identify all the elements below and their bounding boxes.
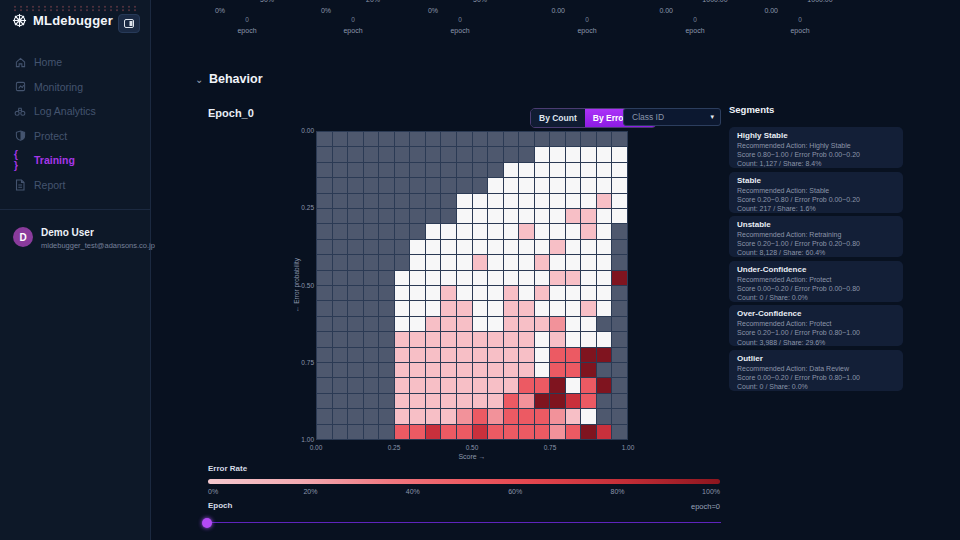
heatmap-cell[interactable] [535,363,550,377]
heatmap-cell[interactable] [364,348,379,362]
heatmap-cell[interactable] [535,348,550,362]
heatmap-cell[interactable] [519,363,534,377]
heatmap-cell[interactable] [348,147,363,161]
heatmap-cell[interactable] [550,194,565,208]
heatmap-cell[interactable] [535,332,550,346]
heatmap-cell[interactable] [457,147,472,161]
heatmap-cell[interactable] [410,271,425,285]
sidebar-item-report[interactable]: Report [0,173,150,198]
heatmap-cell[interactable] [519,332,534,346]
heatmap-cell[interactable] [395,194,410,208]
segment-card-highly-stable[interactable]: Highly StableRecommended Action: Highly … [729,127,903,168]
heatmap-cell[interactable] [519,240,534,254]
heatmap-cell[interactable] [426,332,441,346]
heatmap-cell[interactable] [581,240,596,254]
heatmap-cell[interactable] [441,394,456,408]
heatmap-cell[interactable] [581,301,596,315]
heatmap-cell[interactable] [550,348,565,362]
heatmap-cell[interactable] [504,425,519,439]
heatmap-cell[interactable] [395,255,410,269]
heatmap-cell[interactable] [333,132,348,146]
heatmap-cell[interactable] [441,224,456,238]
heatmap-cell[interactable] [333,409,348,423]
heatmap-cell[interactable] [348,271,363,285]
heatmap-cell[interactable] [317,286,332,300]
heatmap-cell[interactable] [457,178,472,192]
heatmap-cell[interactable] [457,209,472,223]
heatmap-cell[interactable] [612,301,627,315]
heatmap-cell[interactable] [504,348,519,362]
heatmap-cell[interactable] [519,348,534,362]
heatmap-cell[interactable] [441,255,456,269]
segment-card-over-confidence[interactable]: Over-ConfidenceRecommended Action: Prote… [729,305,903,346]
sidebar-item-monitoring[interactable]: Monitoring [0,75,150,100]
heatmap-cell[interactable] [566,178,581,192]
heatmap-cell[interactable] [395,394,410,408]
heatmap-cell[interactable] [317,394,332,408]
heatmap-cell[interactable] [597,132,612,146]
heatmap-cell[interactable] [441,147,456,161]
heatmap-cell[interactable] [333,301,348,315]
heatmap-cell[interactable] [535,317,550,331]
heatmap-cell[interactable] [410,255,425,269]
heatmap-cell[interactable] [364,301,379,315]
heatmap-cell[interactable] [426,209,441,223]
heatmap-cell[interactable] [441,240,456,254]
heatmap-cell[interactable] [317,163,332,177]
heatmap-cell[interactable] [441,409,456,423]
heatmap-cell[interactable] [488,163,503,177]
heatmap-cell[interactable] [395,271,410,285]
heatmap-cell[interactable] [441,425,456,439]
heatmap-cell[interactable] [364,271,379,285]
heatmap-cell[interactable] [457,394,472,408]
heatmap-cell[interactable] [379,332,394,346]
heatmap-cell[interactable] [550,132,565,146]
heatmap-cell[interactable] [348,317,363,331]
heatmap-cell[interactable] [581,317,596,331]
heatmap-cell[interactable] [364,209,379,223]
heatmap-cell[interactable] [473,163,488,177]
heatmap-cell[interactable] [410,394,425,408]
heatmap-cell[interactable] [379,271,394,285]
heatmap-cell[interactable] [504,240,519,254]
heatmap-cell[interactable] [473,240,488,254]
heatmap-cell[interactable] [410,332,425,346]
heatmap-cell[interactable] [519,425,534,439]
heatmap-cell[interactable] [410,301,425,315]
heatmap-cell[interactable] [379,394,394,408]
heatmap-cell[interactable] [612,332,627,346]
heatmap-cell[interactable] [348,286,363,300]
heatmap-cell[interactable] [379,348,394,362]
heatmap-cell[interactable] [348,178,363,192]
heatmap-cell[interactable] [519,194,534,208]
heatmap-cell[interactable] [566,209,581,223]
heatmap-cell[interactable] [426,224,441,238]
heatmap-cell[interactable] [597,286,612,300]
heatmap-cell[interactable] [379,378,394,392]
heatmap-cell[interactable] [504,132,519,146]
heatmap-cell[interactable] [535,163,550,177]
heatmap-cell[interactable] [550,240,565,254]
heatmap-cell[interactable] [612,378,627,392]
heatmap-cell[interactable] [488,348,503,362]
heatmap-cell[interactable] [473,363,488,377]
heatmap-cell[interactable] [379,194,394,208]
heatmap-cell[interactable] [612,194,627,208]
heatmap-cell[interactable] [581,194,596,208]
segment-card-unstable[interactable]: UnstableRecommended Action: RetrainingSc… [729,216,903,257]
heatmap-cell[interactable] [426,132,441,146]
heatmap-cell[interactable] [395,348,410,362]
heatmap-cell[interactable] [473,409,488,423]
heatmap-cell[interactable] [333,194,348,208]
heatmap-cell[interactable] [426,409,441,423]
heatmap-cell[interactable] [410,378,425,392]
heatmap-cell[interactable] [473,194,488,208]
heatmap-cell[interactable] [535,224,550,238]
heatmap-cell[interactable] [597,163,612,177]
heatmap-cell[interactable] [581,178,596,192]
heatmap-cell[interactable] [317,301,332,315]
heatmap-cell[interactable] [379,317,394,331]
heatmap-cell[interactable] [488,332,503,346]
heatmap-cell[interactable] [566,425,581,439]
heatmap-cell[interactable] [348,132,363,146]
